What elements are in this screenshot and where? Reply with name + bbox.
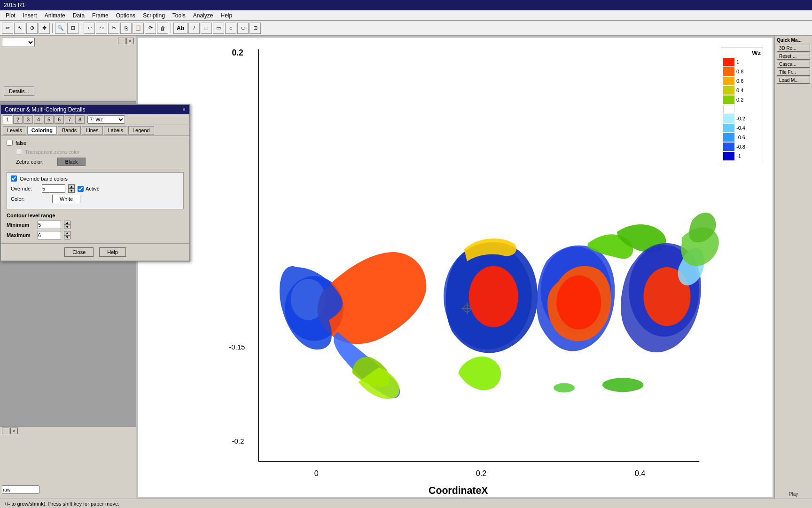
bottom-panel-close[interactable]: × <box>10 428 18 434</box>
dialog-close-button[interactable]: × <box>182 106 186 113</box>
bottom-panel-input[interactable] <box>2 485 39 494</box>
menu-analyze[interactable]: Analyze <box>189 11 217 20</box>
quick-btn-reset[interactable]: Reset ... <box>777 53 810 60</box>
maximum-spin-down[interactable]: ▼ <box>64 235 70 239</box>
tab-bands[interactable]: Bands <box>58 126 81 135</box>
minimum-spin-up[interactable]: ▲ <box>64 221 70 225</box>
title-text: 2015 R1 <box>4 2 25 8</box>
menu-animate[interactable]: Animate <box>41 11 69 20</box>
menu-insert[interactable]: Insert <box>19 11 41 20</box>
toolbar-btn-circle[interactable]: ○ <box>225 23 236 34</box>
color-value: White <box>60 196 73 202</box>
menu-tools[interactable]: Tools <box>169 11 189 20</box>
toolbar-btn-paste[interactable]: 📋 <box>133 23 144 34</box>
toolbar-btn-custom[interactable]: ⊡ <box>250 23 261 34</box>
override-input[interactable] <box>42 184 65 193</box>
tab-coloring[interactable]: Coloring <box>27 126 57 135</box>
menu-help[interactable]: Help <box>217 11 236 20</box>
quick-macros-panel: Quick Ma... 3D Ro... Reset ... Casca... … <box>774 36 812 499</box>
cb-row-10: -0.8 <box>723 142 761 151</box>
zebra-color-swatch[interactable]: Black <box>57 158 86 166</box>
color-row: Color: White <box>11 195 180 203</box>
minimum-spinners: ▲ ▼ <box>64 221 70 229</box>
toolbar-btn-pencil[interactable]: ✏ <box>2 23 13 34</box>
panel-minimize-btn[interactable]: _ <box>118 38 125 44</box>
tab-labels: Levels Coloring Bands Lines Labels Legen… <box>1 125 189 136</box>
override-spin-down[interactable]: ▼ <box>68 189 75 193</box>
zebra-shading-checkbox[interactable] <box>7 140 13 146</box>
toolbar-btn-undo[interactable]: ↩ <box>84 23 95 34</box>
menu-frame[interactable]: Frame <box>88 11 112 20</box>
active-checkbox[interactable] <box>78 186 84 192</box>
toolbar-btn-cut[interactable]: ✂ <box>108 23 119 34</box>
tab-legend[interactable]: Legend <box>128 126 154 135</box>
cb-val-5: 0.2 <box>736 97 743 103</box>
minimum-input[interactable] <box>38 221 61 229</box>
help-button[interactable]: Help <box>99 247 126 257</box>
tab-num-6[interactable]: 6 <box>55 115 64 124</box>
cb-val-11: -1 <box>736 153 741 159</box>
toolbar-btn-delete[interactable]: 🗑 <box>157 23 168 34</box>
quick-btn-load[interactable]: Load M... <box>777 77 810 84</box>
dialog-panel: Contour & Multi-Coloring Details × 1 2 3… <box>0 104 190 262</box>
transparent-zebra-checkbox[interactable] <box>16 149 22 155</box>
menu-plot[interactable]: Plot <box>2 11 19 20</box>
tab-num-5[interactable]: 5 <box>44 115 54 124</box>
cb-swatch-11 <box>723 152 734 160</box>
cb-val-3: 0.6 <box>736 78 743 84</box>
tab-levels[interactable]: Levels <box>3 126 26 135</box>
bottom-panel-minimize[interactable]: _ <box>2 428 9 434</box>
tab-lines[interactable]: Lines <box>82 126 102 135</box>
cb-swatch-6 <box>723 105 734 113</box>
maximum-input[interactable] <box>38 231 61 239</box>
bottom-left-panel: _ × <box>0 426 136 499</box>
tab-num-2[interactable]: 2 <box>13 115 23 124</box>
quick-btn-cascade[interactable]: Casca... <box>777 61 810 68</box>
toolbar-btn-line[interactable]: / <box>188 23 200 34</box>
toolbar-btn-redo[interactable]: ↪ <box>96 23 107 34</box>
quick-btn-3dro[interactable]: 3D Ro... <box>777 45 810 52</box>
toolbar-btn-crosshair[interactable]: ⊕ <box>26 23 38 34</box>
toolbar-btn-rect[interactable]: □ <box>201 23 212 34</box>
quick-btn-tile[interactable]: Tile Fr... <box>777 69 810 76</box>
tab-num-3[interactable]: 3 <box>23 115 33 124</box>
tab-num-7[interactable]: 7 <box>65 115 74 124</box>
toolbar: ✏ ↖ ⊕ ✥ 🔍 ⊞ ↩ ↪ ✂ ⎘ 📋 ⟳ 🗑 Ab / □ ▭ ○ ⬭ ⊡ <box>0 21 812 36</box>
svg-point-18 <box>554 383 575 393</box>
menu-data[interactable]: Data <box>69 11 88 20</box>
toolbar-btn-rect2[interactable]: ▭ <box>213 23 224 34</box>
menu-scripting[interactable]: Scripting <box>139 11 169 20</box>
svg-text:0.4: 0.4 <box>635 469 646 477</box>
toolbar-btn-move[interactable]: ✥ <box>39 23 50 34</box>
cb-val-2: 0.8 <box>736 69 743 74</box>
toolbar-btn-cursor[interactable]: ↖ <box>14 23 25 34</box>
transparent-zebra-label: Transparent zebra color <box>25 149 79 155</box>
minimum-spin-down[interactable]: ▼ <box>64 225 70 229</box>
cb-val-4: 0.4 <box>736 87 743 93</box>
color-swatch[interactable]: White <box>52 195 80 203</box>
tab-labels-tab[interactable]: Labels <box>104 126 127 135</box>
toolbar-btn-zoom[interactable]: 🔍 <box>55 23 66 34</box>
details-button[interactable]: Details... <box>4 87 34 96</box>
override-section: Override band colors Override: ▲ ▼ Activ… <box>7 172 184 209</box>
toolbar-btn-text[interactable]: Ab <box>173 23 187 34</box>
override-spin-up[interactable]: ▲ <box>68 184 75 189</box>
top-panel-combo[interactable] <box>2 38 35 47</box>
plot-area[interactable]: 0.2 -0.15 -0.2 0 0.2 0.4 CoordinateX <box>138 38 773 497</box>
tab-num-8[interactable]: 8 <box>75 115 85 124</box>
active-checkbox-row: Active <box>78 186 106 192</box>
toolbar-btn-rotate[interactable]: ⟳ <box>145 23 156 34</box>
toolbar-btn-ellipse[interactable]: ⬭ <box>237 23 249 34</box>
cb-swatch-5 <box>723 95 734 104</box>
toolbar-btn-zoom2[interactable]: ⊞ <box>67 23 78 34</box>
toolbar-btn-copy[interactable]: ⎘ <box>120 23 132 34</box>
tab-num-1[interactable]: 1 <box>3 115 12 124</box>
maximum-spin-up[interactable]: ▲ <box>64 231 70 235</box>
panel-close-btn[interactable]: × <box>126 38 134 44</box>
quick-macros-label: Quick Ma... <box>777 38 810 43</box>
close-button[interactable]: Close <box>64 247 94 257</box>
tab-num-4[interactable]: 4 <box>34 115 43 124</box>
override-band-colors-checkbox[interactable] <box>11 175 17 182</box>
tab-combo[interactable]: 7: Wz <box>87 115 125 124</box>
menu-options[interactable]: Options <box>112 11 139 20</box>
